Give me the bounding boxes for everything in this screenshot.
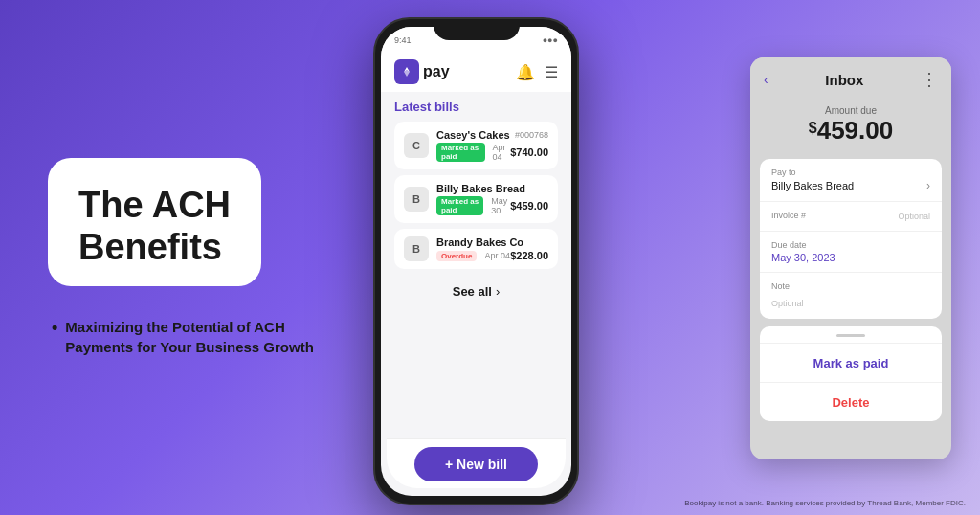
field-pay-to[interactable]: Pay to Billy Bakes Bread › (760, 159, 942, 202)
app-header: pay 🔔 ☰ (381, 54, 571, 92)
disclaimer: Bookipay is not a bank. Banking services… (684, 499, 966, 507)
bill-number-1: #000768 (515, 130, 548, 140)
left-section: The ACH Benefits • Maximizing the Potent… (0, 120, 364, 394)
field-due-date-label: Due date (771, 240, 930, 250)
bills-content: Latest bills C Casey's Cakes #000768 Mar… (381, 92, 571, 316)
bill-date-2: May 30 (491, 196, 510, 215)
bill-avatar-3: B (404, 236, 429, 261)
field-due-date-value: May 30, 2023 (771, 252, 835, 263)
bill-amount-3: $228.00 (510, 250, 548, 261)
field-note-optional: Optional (771, 299, 804, 308)
bullet-text: Maximizing the Potential of ACH Payments… (65, 317, 316, 357)
phone-mockup: 9:41 ●●● pay 🔔 ☰ (373, 17, 579, 505)
field-invoice-label: Invoice # (771, 211, 806, 220)
back-arrow-icon: ‹ (764, 72, 768, 87)
inbox-header: ‹ Inbox ⋮ (750, 57, 951, 98)
bill-name-2: Billy Bakes Bread (436, 183, 525, 194)
bill-item-3[interactable]: B Brandy Bakes Co Overdue Apr 04 $228.00 (394, 229, 558, 269)
phone-outer: 9:41 ●●● pay 🔔 ☰ (373, 17, 579, 505)
field-pay-to-value: Billy Bakes Bread (771, 180, 854, 191)
currency-symbol: $ (809, 120, 817, 137)
bill-status-1: Marked as paid (436, 143, 485, 162)
pay-logo-icon (394, 59, 419, 84)
mark-as-paid-button[interactable]: Mark as paid (760, 343, 942, 382)
amount-number: 459.00 (817, 116, 894, 145)
field-pay-to-arrow: › (926, 179, 930, 192)
phone-bottom-bar: + New bill (387, 438, 566, 488)
app-name: pay (423, 63, 450, 80)
hero-title: The ACH Benefits (78, 185, 231, 268)
bill-name-3: Brandy Bakes Co (436, 236, 523, 248)
field-invoice[interactable]: Invoice # Optional (760, 202, 942, 232)
bell-icon[interactable]: 🔔 (516, 63, 535, 81)
new-bill-button[interactable]: + New bill (414, 447, 538, 481)
mark-as-paid-label: Mark as paid (813, 356, 889, 370)
inbox-back[interactable]: ‹ (764, 72, 768, 87)
field-invoice-optional: Optional (898, 212, 930, 221)
field-due-date[interactable]: Due date May 30, 2023 (760, 232, 942, 273)
inbox-fields: Pay to Billy Bakes Bread › Invoice # Opt… (760, 159, 942, 319)
inbox-amount-section: Amount due $459.00 (750, 98, 951, 159)
bill-item-1[interactable]: C Casey's Cakes #000768 Marked as paid A… (394, 122, 558, 169)
bill-date-1: Apr 04 (493, 143, 511, 162)
bullet-dot: • (52, 317, 57, 357)
more-options-icon[interactable]: ⋮ (921, 69, 938, 90)
hero-title-line2: Benefits (78, 227, 222, 267)
field-note-label: Note (771, 281, 930, 291)
drag-bar (836, 334, 865, 337)
bill-date-3: Apr 04 (484, 251, 510, 260)
bullet-list: • Maximizing the Potential of ACH Paymen… (48, 317, 316, 357)
bill-amount-2: $459.00 (510, 200, 548, 212)
field-pay-to-label: Pay to (771, 168, 930, 177)
latest-bills-label: Latest bills (394, 100, 558, 114)
header-icons: 🔔 ☰ (516, 63, 558, 81)
delete-label: Delete (832, 395, 869, 410)
field-note[interactable]: Note Optional (760, 273, 942, 319)
hero-card: The ACH Benefits (48, 158, 261, 285)
phone-notch (434, 19, 520, 40)
see-all-text: See all (453, 284, 492, 299)
delete-button[interactable]: Delete (760, 382, 942, 421)
see-all-row[interactable]: See all › (394, 275, 558, 308)
bill-item-2[interactable]: B Billy Bakes Bread Marked as paid May 3… (394, 175, 558, 223)
inbox-title: Inbox (825, 72, 863, 88)
inbox-panel: ‹ Inbox ⋮ Amount due $459.00 Pay to Bill… (750, 57, 951, 459)
bill-avatar-2: B (404, 187, 429, 212)
pay-logo: pay (394, 59, 450, 84)
bullet-item: • Maximizing the Potential of ACH Paymen… (52, 317, 316, 357)
bill-info-2: Billy Bakes Bread Marked as paid May 30 … (436, 183, 548, 215)
bill-info-1: Casey's Cakes #000768 Marked as paid Apr… (436, 129, 548, 162)
bill-name-1: Casey's Cakes (436, 129, 510, 141)
phone-screen: 9:41 ●●● pay 🔔 ☰ (381, 27, 571, 496)
inbox-actions: Mark as paid Delete (760, 326, 942, 421)
hero-title-line1: The ACH (78, 185, 231, 225)
bill-avatar-1: C (404, 133, 429, 158)
see-all-arrow: › (496, 284, 500, 299)
bill-status-2: Marked as paid (436, 196, 483, 215)
bill-status-3: Overdue (436, 251, 477, 261)
menu-icon[interactable]: ☰ (545, 63, 558, 81)
bill-amount-1: $740.00 (510, 146, 548, 158)
amount-due-label: Amount due (750, 105, 951, 116)
bill-info-3: Brandy Bakes Co Overdue Apr 04 $228.00 (436, 236, 548, 261)
amount-due-value: $459.00 (750, 116, 951, 146)
